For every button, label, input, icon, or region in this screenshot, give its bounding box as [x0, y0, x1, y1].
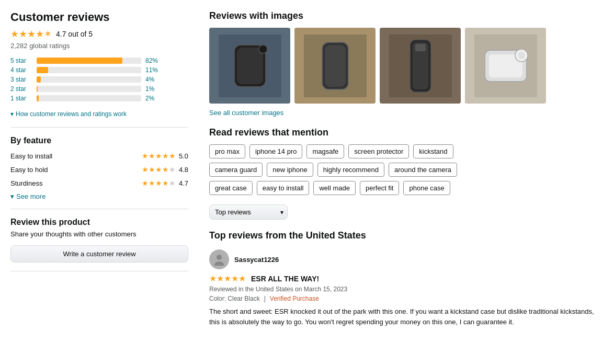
fstar1: ★ [142, 152, 149, 160]
rating-row-1star[interactable]: 1 star 2% [10, 95, 188, 102]
tag-camera-guard[interactable]: camera guard [209, 163, 263, 177]
how-ratings-text[interactable]: How customer reviews and ratings work [16, 110, 127, 118]
review-product-subtitle: Share your thoughts with other customers [10, 230, 188, 238]
fstar3: ★ [155, 152, 162, 160]
hstar5: ★ [169, 165, 176, 174]
star-2: ★ [19, 28, 27, 40]
rating-row-4star[interactable]: 4 star 11% [10, 66, 188, 74]
tag-magsafe[interactable]: magsafe [306, 144, 344, 158]
divider-1 [10, 127, 188, 128]
hstar2: ★ [149, 165, 155, 174]
rating-row-5star[interactable]: 5 star 82% [10, 57, 188, 64]
sstar2: ★ [149, 179, 155, 187]
svg-point-16 [217, 255, 222, 260]
separator: | [264, 295, 266, 302]
bar-bg-2star [37, 86, 141, 92]
review-image-2[interactable] [294, 28, 376, 104]
rstar1: ★ [209, 274, 217, 283]
bar-bg-5star [37, 58, 141, 64]
see-more-link[interactable]: ▾ See more [10, 192, 188, 200]
sstar1: ★ [142, 179, 149, 187]
tag-pro-max[interactable]: pro max [209, 144, 245, 158]
reviewer-name: Sassycat1226 [234, 256, 279, 264]
rstar4: ★ [231, 274, 238, 283]
tag-phone-case[interactable]: phone case [403, 181, 450, 195]
bar-percent-1star: 2% [145, 95, 160, 102]
svg-rect-10 [415, 44, 426, 51]
svg-rect-2 [237, 48, 263, 84]
hstar4: ★ [162, 165, 169, 174]
tags-row-3: great case easy to install well made per… [209, 181, 604, 195]
tag-around-camera[interactable]: around the camera [389, 163, 457, 177]
sort-select[interactable]: Top reviews Most recent [209, 204, 288, 220]
tag-kickstand[interactable]: kickstand [413, 144, 453, 158]
review-title-text: ESR ALL THE WAY! [251, 275, 319, 283]
how-ratings-link[interactable]: ▾ How customer reviews and ratings work [10, 110, 188, 118]
bar-percent-5star: 82% [145, 57, 160, 64]
rating-bars: 5 star 82% 4 star 11% 3 star 4% [10, 57, 188, 102]
review-product-title: Review this product [10, 218, 188, 227]
review-meta: Reviewed in the United States on March 1… [209, 286, 604, 293]
tag-perfect-fit[interactable]: perfect fit [360, 181, 399, 195]
rating-label-5star[interactable]: 5 star [10, 57, 32, 64]
divider-3 [10, 271, 188, 271]
tag-well-made[interactable]: well made [313, 181, 356, 195]
feature-row-hold: Easy to hold ★ ★ ★ ★ ★ 4.8 [10, 165, 188, 174]
tag-great-case[interactable]: great case [209, 181, 253, 195]
tag-iphone-14-pro[interactable]: iphone 14 pro [249, 144, 303, 158]
rating-label-2star[interactable]: 2 star [10, 85, 32, 93]
bar-fill-2star [37, 86, 38, 92]
rating-row-3star[interactable]: 3 star 4% [10, 76, 188, 83]
bar-bg-3star [37, 76, 141, 83]
bar-percent-2star: 1% [145, 85, 160, 93]
sstar4: ★ [162, 179, 169, 187]
rating-label-4star[interactable]: 4 star [10, 66, 32, 74]
review-card: Sassycat1226 ★ ★ ★ ★ ★ ESR ALL THE WAY! … [209, 249, 604, 327]
see-all-images-link[interactable]: See all customer images [209, 109, 604, 117]
feature-right-sturdiness: ★ ★ ★ ★ ★ 4.7 [142, 179, 188, 187]
rating-label-1star[interactable]: 1 star [10, 95, 32, 102]
review-image-4[interactable] [465, 28, 546, 104]
review-image-3[interactable] [380, 28, 461, 104]
star-4: ★ [36, 28, 44, 40]
rstar5: ★ [238, 274, 246, 283]
star-half: ✶ [44, 28, 52, 40]
review-color: Color: Clear Black [209, 295, 260, 302]
bar-bg-1star [37, 95, 141, 101]
sort-wrapper[interactable]: Top reviews Most recent [209, 204, 288, 220]
hstar3: ★ [155, 165, 162, 174]
read-reviews-title: Read reviews that mention [209, 127, 604, 138]
review-date: Reviewed in the United States on March 1… [209, 286, 347, 293]
see-more-label[interactable]: See more [16, 192, 46, 200]
tag-new-iphone[interactable]: new iphone [267, 163, 313, 177]
rating-row-2star[interactable]: 2 star 1% [10, 85, 188, 93]
feature-stars-hold: ★ ★ ★ ★ ★ [142, 165, 176, 174]
sort-dropdown[interactable]: Top reviews Most recent [209, 204, 604, 220]
overall-rating: ★ ★ ★ ★ ✶ 4.7 out of 5 [10, 28, 188, 40]
section-title: Customer reviews [10, 10, 188, 24]
tag-screen-protector[interactable]: screen protector [348, 144, 409, 158]
image-placeholder-3 [380, 28, 461, 104]
feature-row-install: Easy to install ★ ★ ★ ★ ★ 5.0 [10, 152, 188, 160]
feature-name-sturdiness: Sturdiness [10, 179, 42, 187]
reviewer-header: Sassycat1226 [209, 249, 604, 269]
rstar2: ★ [217, 274, 224, 283]
sstar5: ★ [169, 179, 176, 187]
see-more-chevron-icon: ▾ [10, 192, 14, 200]
star-3: ★ [27, 28, 36, 40]
tag-highly-recommend[interactable]: highly recommend [317, 163, 384, 177]
feature-score-install: 5.0 [179, 152, 188, 160]
top-reviews-title: Top reviews from the United States [209, 230, 604, 241]
bar-fill-1star [37, 95, 39, 101]
rating-label-3star[interactable]: 3 star [10, 76, 32, 83]
svg-point-15 [518, 52, 525, 59]
by-feature-title: By feature [10, 136, 188, 145]
tag-easy-to-install[interactable]: easy to install [257, 181, 310, 195]
review-purchase-info: Color: Clear Black | Verified Purchase [209, 295, 604, 302]
right-panel: Reviews with images [209, 10, 604, 337]
review-image-1[interactable] [209, 28, 290, 104]
write-review-button[interactable]: Write a customer review [10, 245, 188, 263]
tags-row-1: pro max iphone 14 pro magsafe screen pro… [209, 144, 604, 158]
rating-value: 4.7 out of 5 [56, 30, 93, 38]
bar-bg-4star [37, 67, 141, 73]
